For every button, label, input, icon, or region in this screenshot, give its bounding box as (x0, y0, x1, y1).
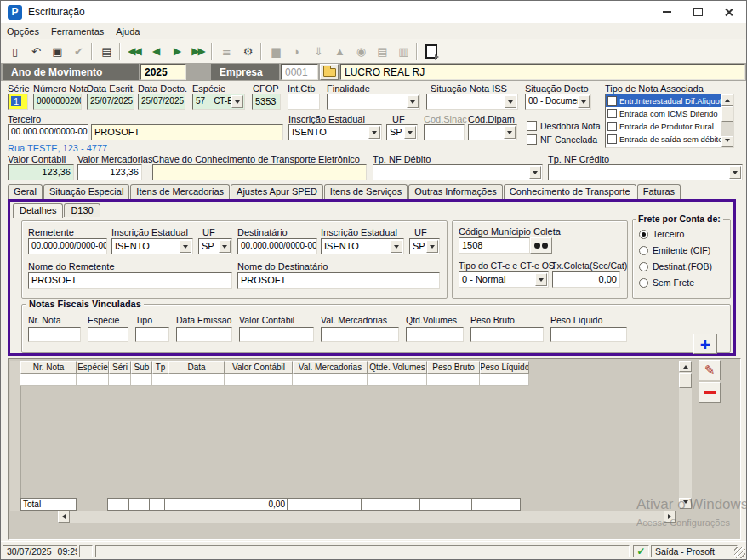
nota-vinculada-input[interactable] (176, 327, 232, 342)
valor-mercadorias-field[interactable]: 123,36 (77, 164, 142, 180)
new-document-icon[interactable]: ▯ (3, 41, 25, 61)
menu-item[interactable]: Ajuda (110, 25, 145, 38)
nome-remetente-field[interactable]: PROSOFT (28, 272, 232, 289)
thumbs-up-icon[interactable]: ✔ (67, 41, 88, 61)
grid-header-cell[interactable]: Nr. Nota (20, 361, 77, 374)
publish-icon[interactable]: ⇓ (307, 41, 328, 61)
dropdown-arrow-icon[interactable] (391, 240, 402, 253)
close-button[interactable] (716, 3, 741, 21)
grid-header-cell[interactable]: Val. Mercadorias (293, 361, 368, 374)
dropdown-arrow-icon[interactable] (180, 240, 191, 253)
delete-nota-button[interactable] (699, 382, 721, 403)
dropdown-arrow-icon[interactable] (535, 273, 547, 286)
subtab-detalhes[interactable]: Detalhes (13, 203, 63, 218)
bag-icon[interactable]: ◗ (286, 41, 307, 61)
grid-header-cell[interactable]: Tp (152, 361, 168, 374)
nota-vinculada-input[interactable] (135, 327, 169, 342)
destinatario-ie-dropdown[interactable]: ISENTO (321, 238, 404, 254)
list-block-icon[interactable]: ▥ (392, 41, 413, 61)
remetente-uf-dropdown[interactable]: SP (198, 238, 232, 254)
situacao-nota-iss-dropdown[interactable] (426, 94, 518, 110)
grid-header-cell[interactable]: Valor Contábil (225, 361, 293, 374)
nota-associada-option[interactable]: Entrada com ICMS Diferido (606, 107, 721, 120)
tab-ajustes-apur-sped[interactable]: Ajustes Apur SPED (231, 184, 323, 199)
empresa-codigo-field[interactable]: 0001 (281, 64, 318, 80)
remetente-ie-dropdown[interactable]: ISENTO (111, 238, 193, 254)
int-ctb-field[interactable] (288, 94, 320, 110)
money-bag-icon[interactable]: ◉ (350, 41, 371, 61)
nav-prior-icon[interactable]: ◀ (145, 41, 166, 61)
grid-header-cell[interactable]: Peso Bruto (427, 361, 480, 374)
frete-terceiro-radio[interactable]: Terceiro (639, 229, 712, 239)
nota-vinculada-input[interactable] (88, 327, 128, 342)
radio-icon[interactable] (639, 230, 648, 239)
finalidade-dropdown[interactable] (327, 94, 420, 110)
grid-header-cell[interactable]: Sub (131, 361, 152, 374)
grid-header-cell[interactable]: Data (168, 361, 225, 374)
print-preview-icon[interactable]: ▤ (95, 41, 117, 61)
cod-sinac-field[interactable] (424, 124, 465, 140)
grid-header-cell[interactable]: Peso Líquido (480, 361, 529, 374)
tab-geral[interactable]: Geral (8, 184, 43, 199)
nota-vinculada-input[interactable] (470, 327, 544, 342)
exit-door-icon[interactable] (420, 41, 442, 61)
remetente-doc-field[interactable]: 00.000.000/0000-00 (28, 238, 107, 254)
nota-vinculada-input[interactable] (28, 327, 81, 342)
radio-icon[interactable] (639, 246, 648, 255)
tab-outras-informacoes[interactable]: Outras Informações (408, 184, 503, 199)
dropdown-arrow-icon[interactable] (529, 166, 541, 179)
grid-header-cell[interactable]: Séri (109, 361, 131, 374)
dropdown-arrow-icon[interactable] (426, 240, 438, 253)
nota-vinculada-input[interactable] (550, 327, 627, 342)
inscricao-estadual-dropdown[interactable]: ISENTO (288, 124, 382, 140)
desdobra-nota-checkbox[interactable]: Desdobra Nota (527, 121, 601, 131)
serie-field[interactable]: 1 (8, 94, 28, 110)
chave-cte-field[interactable] (152, 164, 367, 180)
nota-vinculada-input[interactable] (406, 327, 464, 342)
checkbox-icon[interactable] (527, 134, 537, 145)
tree-view-icon[interactable]: ≣ (215, 41, 237, 61)
tab-situacao-especial[interactable]: Situação Especial (43, 184, 129, 199)
save-icon[interactable]: ▣ (46, 41, 67, 61)
dropdown-arrow-icon[interactable] (505, 95, 516, 108)
menu-item[interactable]: Ferramentas (45, 25, 110, 38)
tab-conhecimento-transporte[interactable]: Conhecimento de Transporte (504, 184, 636, 200)
destinatario-uf-dropdown[interactable]: SP (409, 238, 440, 254)
dropdown-arrow-icon[interactable] (504, 126, 516, 139)
resize-grip[interactable] (734, 547, 745, 558)
grid-vertical-scrollbar[interactable] (679, 361, 692, 509)
especie-dropdown[interactable]: 57CT-E (192, 94, 245, 110)
subtab-d130[interactable]: D130 (64, 203, 100, 217)
tp-nf-debito-dropdown[interactable] (373, 164, 543, 180)
minimize-button[interactable] (654, 3, 680, 21)
dropdown-arrow-icon[interactable] (231, 95, 243, 108)
dropdown-arrow-icon[interactable] (729, 166, 741, 179)
tab-itens-servicos[interactable]: Itens de Serviços (324, 184, 408, 199)
radio-icon[interactable] (639, 278, 648, 288)
nf-cancelada-checkbox[interactable]: NF Cancelada (527, 134, 597, 145)
dropdown-arrow-icon[interactable] (404, 126, 416, 139)
frete-destinatario-radio[interactable]: Destinat.(FOB) (639, 261, 712, 271)
add-nota-button[interactable]: + (693, 334, 717, 354)
cfop-field[interactable]: 5353 (252, 94, 281, 110)
process-icon[interactable]: ⚙ (237, 41, 258, 61)
dropdown-arrow-icon[interactable] (578, 95, 590, 108)
grid-header-cell[interactable]: Qtde. Volumes (368, 361, 427, 374)
data-escrit-field[interactable]: 25/07/2025 (87, 94, 134, 110)
checkbox-icon[interactable] (527, 121, 537, 131)
ano-movimento-field[interactable]: 2025 (140, 64, 186, 80)
tp-nf-credito-dropdown[interactable] (548, 164, 743, 180)
dropdown-arrow-icon[interactable] (219, 240, 231, 253)
nota-associada-option[interactable]: Entrada de saída sem débito (606, 133, 721, 146)
terceiro-cnpj-field[interactable]: 00.000.000/0000-00 (8, 124, 88, 140)
cloud-icon[interactable]: ▲ (328, 41, 350, 61)
nome-destinatario-field[interactable]: PROSOFT (237, 272, 440, 289)
valor-contabil-field[interactable]: 123,36 (8, 164, 74, 180)
grid-horizontal-scrollbar[interactable] (58, 511, 676, 523)
frete-emitente-radio[interactable]: Emitente (CIF) (639, 245, 712, 255)
scroll-up-button[interactable] (679, 361, 692, 372)
checkbox-icon[interactable] (607, 134, 617, 144)
scroll-thumb[interactable] (721, 106, 733, 122)
undo-icon[interactable]: ↶ (25, 41, 46, 61)
dropdown-arrow-icon[interactable] (407, 95, 419, 108)
